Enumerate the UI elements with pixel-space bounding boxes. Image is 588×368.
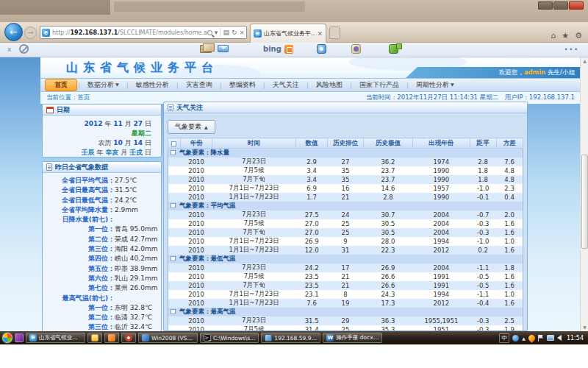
scroll-up-arrow[interactable]: ▲ <box>581 57 588 65</box>
menu-item-home[interactable]: 首页 <box>45 79 77 91</box>
group-row[interactable]: 气象要素：最低气温 <box>168 255 523 263</box>
stop-icon[interactable]: × <box>239 29 245 36</box>
screenshot-margin <box>0 344 588 368</box>
group-checkbox-icon[interactable] <box>171 309 176 314</box>
speaker-icon[interactable] <box>557 335 562 341</box>
row-select-cell <box>168 166 181 175</box>
menu-item-sensitivity-analysis[interactable]: 敏感性分析 <box>129 79 176 91</box>
refresh-icon[interactable]: ↻ <box>232 29 237 36</box>
group-checkbox-icon[interactable] <box>171 150 176 155</box>
group-row[interactable]: 气象要素：最高气温 <box>168 308 523 316</box>
taskbar-button-word[interactable]: W操作手册.docx ... <box>323 333 382 343</box>
mail-icon[interactable] <box>218 45 229 52</box>
table-row[interactable]: 20107月1日~7月23日26.9928.01994-1.01.0 <box>168 237 523 246</box>
url-text[interactable]: http://192.168.137.1/SLCCLIMATE/modules/… <box>52 29 207 36</box>
menu-item-risk-map[interactable]: 风险地图 <box>309 79 349 91</box>
taskbar-button-red[interactable] <box>121 333 136 343</box>
start-button[interactable] <box>2 333 12 343</box>
table-cell: 35.3 <box>363 325 413 331</box>
list-item: 全省日最低气温：24.2℃ <box>44 196 159 205</box>
table-row[interactable]: 20107月5候23.52126.61991-0.51.6 <box>168 272 523 281</box>
maximize-icon[interactable] <box>553 1 568 10</box>
network-icon[interactable] <box>547 335 554 341</box>
bing-box-icon[interactable] <box>284 45 293 54</box>
tray-app-icon[interactable] <box>512 335 519 342</box>
table-cell: -1.1 <box>470 263 496 272</box>
table-row[interactable]: 20107月下旬3.43523.719901.84.8 <box>168 175 523 184</box>
list-item: 第六位：乳山 29.1mm <box>44 274 159 283</box>
addon-blue-icon[interactable] <box>317 44 326 54</box>
addon-pet-icon[interactable] <box>351 44 361 54</box>
table-row[interactable]: 20107月下旬23.52126.61991-0.51.6 <box>168 281 523 290</box>
table-row[interactable]: 20107月1日~7月23日23.1824.31994-1.11.0 <box>168 290 523 299</box>
table-row[interactable]: 20107月5候31.42535.31951-0.31.9 <box>168 325 523 331</box>
menu-separator: | <box>263 82 265 89</box>
address-bar[interactable]: e http://192.168.137.1/SLCCLIMATE/module… <box>40 26 247 39</box>
tray-flame-icon[interactable] <box>527 333 537 343</box>
taskbar-button-net[interactable]: 192.168.59.99... <box>261 333 320 343</box>
group-row[interactable]: 气象要素：平均气温 <box>168 202 523 210</box>
action-center-flag-icon[interactable] <box>538 335 544 342</box>
tab-title[interactable]: 山东省气候业务平... <box>264 29 315 38</box>
table-row[interactable]: 20107月23日24.21726.92004-1.11.8 <box>168 263 523 272</box>
table-row[interactable]: 20107月5候27.02530.52004-0.31.6 <box>168 219 523 228</box>
more-options-dots[interactable]: ••• <box>564 46 579 53</box>
addon-bar-close-icon[interactable]: x <box>7 46 11 53</box>
table-row[interactable]: 20107月下旬27.02530.52004-0.31.6 <box>168 228 523 237</box>
table-row[interactable]: 20101月1日~7月23日1.7212.81990-0.10.4 <box>168 193 523 202</box>
group-checkbox-icon[interactable] <box>171 256 176 261</box>
menu-item-disaster-query[interactable]: 灾害查询 <box>179 79 219 91</box>
compatibility-view-icon[interactable]: ▤ <box>223 29 229 36</box>
calendar-body: 2012 年 11 月 27 日 星期二 农历 10 月 14 日 壬辰 年 辛… <box>43 116 161 158</box>
table-row[interactable]: 20101月1日~7月23日12.03122.320120.21.6 <box>168 246 523 255</box>
table-row[interactable]: 20101月1日~7月23日7.61917.32012-0.41.6 <box>168 299 523 308</box>
chevron-down-icon[interactable]: ▾ <box>215 29 218 36</box>
menu-item-data-analysis[interactable]: 数据分析▼ <box>81 79 126 91</box>
table-row[interactable]: 20107月5候3.43523.719901.84.8 <box>168 166 523 175</box>
new-tab-button[interactable] <box>329 26 340 39</box>
taskbar-button-win[interactable]: Win2008 (VS2... <box>138 333 198 343</box>
forward-button[interactable]: → <box>24 26 37 39</box>
taskbar-button-cmd[interactable]: >_C:\Windows\s... <box>200 333 259 343</box>
taskbar-button-orange[interactable] <box>104 333 119 343</box>
menu-item-compiled-data[interactable]: 整编资料 <box>223 79 262 91</box>
snapshot-icon[interactable] <box>200 45 212 53</box>
table-row[interactable]: 20107月23日31.52936.31955,1951-0.32.5 <box>168 316 523 325</box>
menu-item-weather-focus[interactable]: 天气关注 <box>266 79 306 91</box>
language-indicator[interactable]: 中 <box>499 333 509 343</box>
group-checkbox-icon[interactable] <box>171 203 176 208</box>
tray-expand-icon[interactable]: ▲ <box>522 336 526 341</box>
table-cell: 2010 <box>180 175 212 184</box>
table-row[interactable]: 20107月1日~7月23日6.91614.61957-1.02.3 <box>168 184 523 193</box>
menu-item-national-products[interactable]: 国家下行产品 <box>353 79 406 91</box>
clock[interactable]: 11:54 <box>567 335 584 342</box>
home-icon[interactable]: ⌂ <box>551 31 556 40</box>
favorites-star-icon[interactable]: ★ <box>562 31 569 40</box>
table-row[interactable]: 20107月23日27.52430.72004-0.72.0 <box>168 210 523 219</box>
element-filter-button[interactable]: 气象要素 ▲ <box>168 120 215 134</box>
settings-gear-icon[interactable]: ⚙ <box>575 31 582 40</box>
bing-logo[interactable]: bing <box>263 45 282 53</box>
list-item: 全省日平均气温：27.5℃ <box>44 176 159 185</box>
browser-tab[interactable]: e 山东省气候业务平... ✕ <box>250 24 326 43</box>
search-icon[interactable] <box>207 30 212 35</box>
minimize-icon[interactable] <box>538 1 553 10</box>
welcome-bar: 欢迎您，admin 先生/小姐 <box>406 67 581 78</box>
group-row[interactable]: 气象要素：降水量 <box>168 149 523 158</box>
menu-separator: | <box>406 82 409 89</box>
list-item-label: 全省日最高气温： <box>44 185 115 195</box>
table-row[interactable]: 20107月23日2.92736.219742.87.6 <box>168 158 523 166</box>
vertical-scrollbar[interactable]: ▲ ▼ <box>580 57 588 331</box>
taskbar-button-ie[interactable]: e山东省气候业务... <box>26 333 85 343</box>
tab-close-icon[interactable]: ✕ <box>317 30 323 38</box>
menu-item-periodic-analysis[interactable]: 周期性分析▼ <box>409 79 461 91</box>
checkbox-icon[interactable] <box>171 141 176 146</box>
close-icon[interactable] <box>569 1 584 10</box>
scroll-down-arrow[interactable]: ▼ <box>581 324 588 331</box>
scrollbar-thumb[interactable] <box>581 155 588 249</box>
back-button[interactable]: ← <box>4 23 23 41</box>
blocked-content-icon[interactable] <box>19 44 29 54</box>
addon-green-icon[interactable] <box>389 44 398 54</box>
taskbar-button-folder[interactable] <box>87 333 102 343</box>
pinned-app-icon[interactable] <box>15 333 24 342</box>
